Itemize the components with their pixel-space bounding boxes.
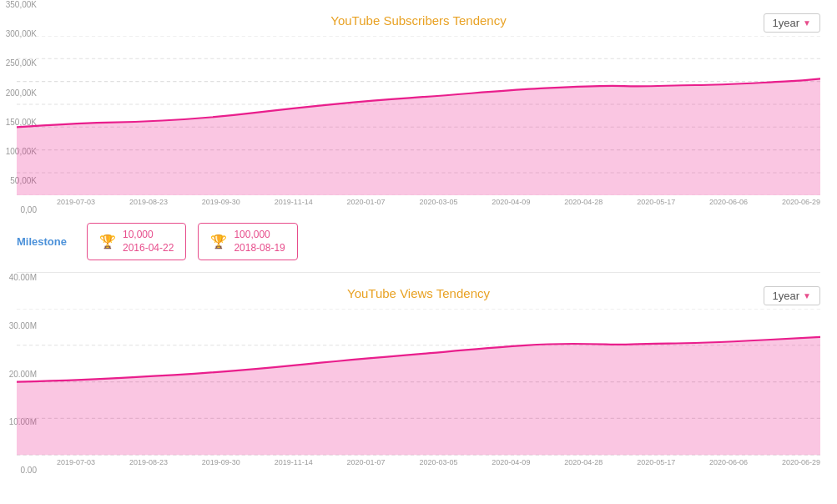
subscribers-chart-with-axis: 350,00K 300,00K 250,00K 200,00K 150,00K … bbox=[17, 36, 820, 195]
subscribers-timerange-dropdown[interactable]: 1year ▼ bbox=[764, 13, 820, 33]
views-chart-section: YouTube Views Tendency 1year ▼ 40.00M 30… bbox=[0, 273, 837, 474]
trophy-icon-10k: 🏆 bbox=[99, 234, 116, 249]
trophy-icon-100k: 🏆 bbox=[210, 234, 227, 249]
chevron-down-icon-views: ▼ bbox=[803, 291, 811, 300]
subscribers-chart-title: YouTube Subscribers Tendency bbox=[17, 13, 820, 28]
subscribers-chart-section: YouTube Subscribers Tendency 1year ▼ 350… bbox=[0, 0, 837, 214]
milestone-section: Milestone 🏆 10,000 2016-04-22 🏆 100,000 … bbox=[0, 214, 837, 272]
views-chart-svg bbox=[17, 309, 820, 455]
subscribers-chart-svg bbox=[17, 36, 820, 195]
views-timerange-label: 1year bbox=[773, 290, 800, 302]
milestone-100k-value: 100,000 bbox=[234, 229, 285, 242]
views-x-axis: 2019-07-03 2019-08-23 2019-09-30 2019-11… bbox=[17, 458, 820, 466]
views-chart-with-axis: 40.00M 30.00M 20.00M 10.00M 0.00 bbox=[17, 309, 820, 455]
subscribers-chart-canvas bbox=[17, 36, 820, 195]
milestone-badge-100k: 🏆 100,000 2018-08-19 bbox=[198, 223, 297, 260]
views-timerange-dropdown[interactable]: 1year ▼ bbox=[764, 286, 820, 305]
chevron-down-icon: ▼ bbox=[803, 18, 811, 28]
milestone-badge-10k: 🏆 10,000 2016-04-22 bbox=[87, 223, 186, 260]
subscribers-x-axis: 2019-07-03 2019-08-23 2019-09-30 2019-11… bbox=[17, 198, 820, 206]
milestone-10k-value: 10,000 bbox=[123, 229, 174, 242]
milestone-100k-date: 2018-08-19 bbox=[234, 242, 285, 255]
views-chart-canvas bbox=[17, 309, 820, 455]
subscribers-timerange-label: 1year bbox=[773, 17, 800, 29]
views-chart-title: YouTube Views Tendency bbox=[17, 286, 820, 300]
milestone-10k-date: 2016-04-22 bbox=[123, 242, 174, 255]
milestone-label: Milestone bbox=[17, 235, 75, 248]
